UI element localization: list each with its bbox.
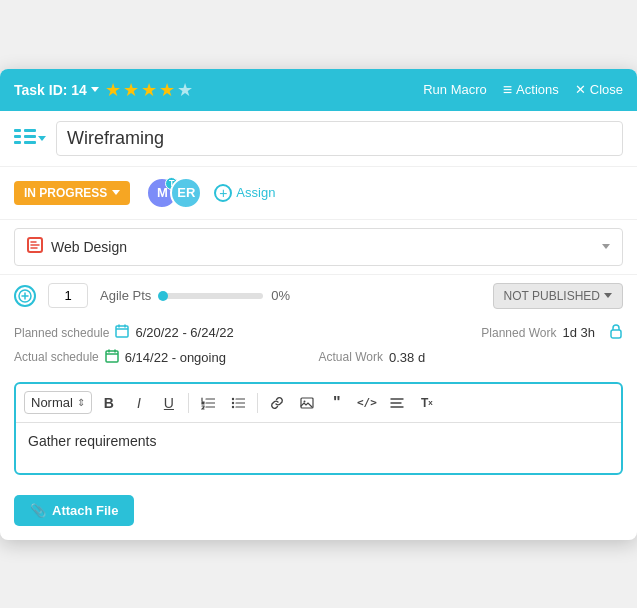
svg-point-12 (232, 401, 234, 403)
close-button[interactable]: ✕ Close (575, 82, 623, 97)
progress-percentage: 0% (271, 288, 290, 303)
format-select-chevron-icon: ⇕ (77, 397, 85, 408)
image-button[interactable] (294, 390, 320, 416)
star-3: ★ (141, 79, 157, 101)
star-5: ★ (177, 79, 193, 101)
avatar-group: M T ER (142, 177, 202, 209)
schedule-section: Planned schedule 6/20/22 - 6/24/22 Plann… (0, 317, 637, 372)
attach-label: Attach File (52, 503, 118, 518)
actual-work-value: 0.38 d (389, 350, 425, 365)
svg-rect-8 (116, 326, 128, 337)
quote-button[interactable]: " (324, 390, 350, 416)
project-select-wrapper: Web Design (14, 228, 623, 266)
title-row (0, 111, 637, 167)
not-published-chevron-icon (604, 293, 612, 298)
project-select-left: Web Design (27, 237, 127, 257)
toolbar-divider-2 (257, 393, 258, 413)
project-select[interactable]: Web Design (14, 228, 623, 266)
status-badge[interactable]: IN PROGRESS (14, 181, 130, 205)
actual-schedule-label: Actual schedule (14, 350, 99, 364)
header-right: Run Macro ≡ Actions ✕ Close (423, 81, 623, 99)
task-title-input[interactable] (56, 121, 623, 156)
svg-point-15 (303, 400, 305, 402)
actions-lines-icon: ≡ (503, 81, 512, 99)
task-id-label: Task ID: 14 (14, 82, 87, 98)
toolbar-divider-1 (188, 393, 189, 413)
planned-schedule-label: Planned schedule (14, 326, 109, 340)
task-id-chevron (91, 87, 99, 92)
status-row: IN PROGRESS M T ER + Assign (0, 167, 637, 219)
svg-rect-9 (611, 330, 621, 338)
list-chevron-icon (38, 136, 46, 141)
not-published-button[interactable]: NOT PUBLISHED (493, 283, 623, 309)
star-1: ★ (105, 79, 121, 101)
svg-rect-3 (24, 129, 36, 132)
align-button[interactable] (384, 390, 410, 416)
assign-button[interactable]: + Assign (214, 184, 275, 202)
modal-header: Task ID: 14 ★ ★ ★ ★ ★ Run Macro ≡ Action… (0, 69, 637, 111)
svg-point-11 (232, 397, 234, 399)
format-select[interactable]: Normal ⇕ (24, 391, 92, 414)
assign-label: Assign (236, 185, 275, 200)
italic-button[interactable]: I (126, 390, 152, 416)
project-row: Web Design (0, 219, 637, 274)
editor-section: Normal ⇕ B I U " </> (14, 382, 623, 475)
agile-points-label: Agile Pts (100, 288, 151, 303)
not-published-label: NOT PUBLISHED (504, 289, 600, 303)
unordered-list-button[interactable] (225, 390, 251, 416)
lock-icon (609, 323, 623, 343)
svg-rect-5 (24, 141, 36, 144)
project-icon (27, 237, 43, 257)
list-view-icon[interactable] (14, 129, 46, 147)
progress-handle (158, 291, 168, 301)
attach-icon: 📎 (30, 503, 46, 518)
ordered-list-button[interactable] (195, 390, 221, 416)
bold-button[interactable]: B (96, 390, 122, 416)
actions-label: Actions (516, 82, 559, 97)
svg-point-13 (232, 405, 234, 407)
project-chevron-icon (602, 244, 610, 249)
attach-row: 📎 Attach File (0, 485, 637, 540)
actual-schedule-item: Actual schedule 6/14/22 - ongoing (14, 349, 319, 366)
link-button[interactable] (264, 390, 290, 416)
run-macro-button[interactable]: Run Macro (423, 82, 487, 97)
attach-file-button[interactable]: 📎 Attach File (14, 495, 134, 526)
agile-icon (14, 285, 36, 307)
project-name: Web Design (51, 239, 127, 255)
avatar-er[interactable]: ER (170, 177, 202, 209)
task-id[interactable]: Task ID: 14 (14, 82, 99, 98)
svg-rect-10 (106, 351, 118, 362)
svg-rect-1 (14, 135, 21, 138)
assign-plus-icon: + (214, 184, 232, 202)
svg-rect-4 (24, 135, 36, 138)
planned-schedule-item: Planned schedule 6/20/22 - 6/24/22 (14, 323, 319, 343)
actions-button[interactable]: ≡ Actions (503, 81, 559, 99)
agile-points-input[interactable] (48, 283, 88, 308)
status-chevron-icon (112, 190, 120, 195)
underline-button[interactable]: U (156, 390, 182, 416)
progress-bar-container: 0% (163, 288, 290, 303)
actual-work-label: Actual Work (319, 350, 383, 364)
planned-schedule-value[interactable]: 6/20/22 - 6/24/22 (135, 325, 233, 340)
close-icon: ✕ (575, 82, 586, 97)
task-modal: Task ID: 14 ★ ★ ★ ★ ★ Run Macro ≡ Action… (0, 69, 637, 540)
planned-work-label: Planned Work (481, 326, 556, 340)
star-2: ★ (123, 79, 139, 101)
svg-rect-2 (14, 141, 21, 144)
svg-rect-0 (14, 129, 21, 132)
close-label: Close (590, 82, 623, 97)
actual-schedule-calendar-icon (105, 349, 119, 366)
editor-toolbar: Normal ⇕ B I U " </> (16, 384, 621, 423)
editor-content[interactable]: Gather requirements (16, 423, 621, 473)
status-label: IN PROGRESS (24, 186, 107, 200)
star-4: ★ (159, 79, 175, 101)
header-left: Task ID: 14 ★ ★ ★ ★ ★ (14, 79, 193, 101)
progress-bar[interactable] (163, 293, 263, 299)
clear-format-button[interactable]: Tx (414, 390, 440, 416)
format-select-label: Normal (31, 395, 73, 410)
code-button[interactable]: </> (354, 390, 380, 416)
actual-schedule-value[interactable]: 6/14/22 - ongoing (125, 350, 226, 365)
actual-work-item: Actual Work 0.38 d (319, 349, 624, 366)
editor-text: Gather requirements (28, 433, 156, 449)
star-rating[interactable]: ★ ★ ★ ★ ★ (105, 79, 193, 101)
